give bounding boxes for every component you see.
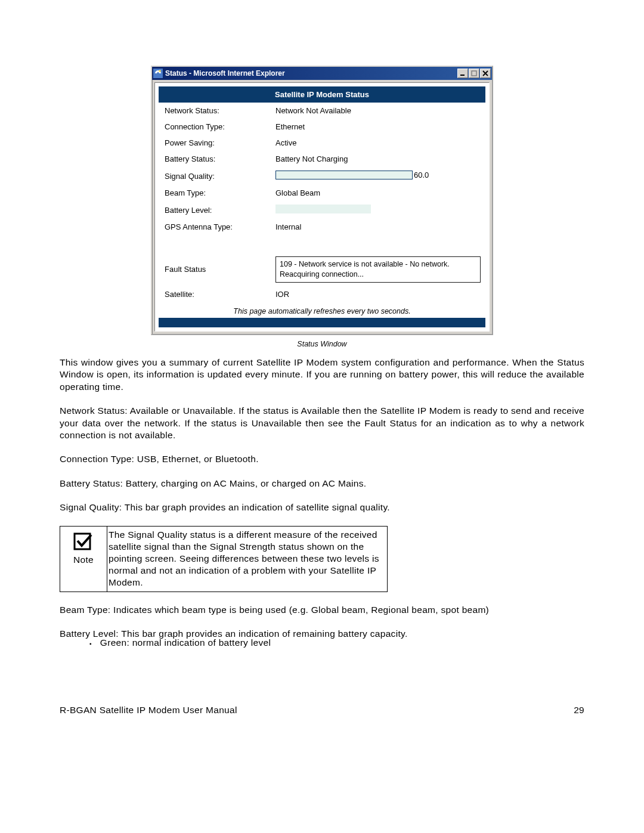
value-battery-level xyxy=(270,201,485,219)
value-gps-antenna: Internal xyxy=(270,219,485,235)
value-battery-status: Battery Not Charging xyxy=(270,151,485,167)
ie-icon xyxy=(153,69,163,78)
refresh-note: This page automatically refreshes every … xyxy=(159,302,485,318)
label-battery-level: Battery Level: xyxy=(159,201,270,219)
paragraph-connection-type: Connection Type: USB, Ethernet, or Bluet… xyxy=(60,453,584,465)
panel-heading: Satellite IP Modem Status xyxy=(159,86,485,103)
row-power-saving: Power Saving: Active xyxy=(159,135,485,151)
window-title: Status - Microsoft Internet Explorer xyxy=(165,69,457,78)
row-connection-type: Connection Type: Ethernet xyxy=(159,119,485,135)
ie-window: Status - Microsoft Internet Explorer Sat… xyxy=(151,66,493,335)
page-footer: R-BGAN Satellite IP Modem User Manual 29 xyxy=(60,705,584,716)
paragraph-battery-status: Battery Status: Battery, charging on AC … xyxy=(60,478,584,490)
window-body: Satellite IP Modem Status Network Status… xyxy=(154,82,490,332)
footer-title: R-BGAN Satellite IP Modem User Manual xyxy=(60,705,237,716)
paragraph-intro: This window gives you a summary of curre… xyxy=(60,357,584,393)
row-network-status: Network Status: Network Not Available xyxy=(159,103,485,119)
label-gps-antenna: GPS Antenna Type: xyxy=(159,219,270,235)
note-box: Note The Signal Quality status is a diff… xyxy=(60,526,388,592)
fault-status-box: 109 - Network service is not available -… xyxy=(275,256,481,283)
value-beam-type: Global Beam xyxy=(270,185,485,201)
figure-caption: Status Window xyxy=(60,340,584,348)
checkbox-icon xyxy=(73,532,94,550)
row-battery-level: Battery Level: xyxy=(159,201,485,219)
paragraph-beam-type: Beam Type: Indicates which beam type is … xyxy=(60,604,584,616)
label-fault-status: Fault Status xyxy=(159,253,270,286)
note-text: The Signal Quality status is a different… xyxy=(107,526,388,592)
signal-quality-value: 60.0 xyxy=(414,171,429,179)
footer-page-number: 29 xyxy=(574,705,584,716)
note-label-cell: Note xyxy=(60,526,107,592)
panel-footer xyxy=(159,318,485,327)
close-button[interactable] xyxy=(480,69,491,78)
label-signal-quality: Signal Quality: xyxy=(159,167,270,185)
maximize-button[interactable] xyxy=(469,69,479,78)
label-power-saving: Power Saving: xyxy=(159,135,270,151)
paragraph-network-status: Network Status: Available or Unavailable… xyxy=(60,405,584,441)
svg-rect-3 xyxy=(472,71,476,76)
status-table: Network Status: Network Not Available Co… xyxy=(159,103,485,302)
minimize-button[interactable] xyxy=(457,69,468,78)
row-satellite: Satellite: IOR xyxy=(159,286,485,302)
label-satellite: Satellite: xyxy=(159,286,270,302)
value-signal-quality: 60.0 xyxy=(270,167,485,185)
svg-rect-0 xyxy=(153,69,163,78)
row-beam-type: Beam Type: Global Beam xyxy=(159,185,485,201)
row-gps-antenna: GPS Antenna Type: Internal xyxy=(159,219,485,235)
label-beam-type: Beam Type: xyxy=(159,185,270,201)
label-battery-status: Battery Status: xyxy=(159,151,270,167)
signal-quality-bar xyxy=(275,171,413,179)
titlebar[interactable]: Status - Microsoft Internet Explorer xyxy=(152,67,492,80)
paragraph-signal-quality: Signal Quality: This bar graph provides … xyxy=(60,501,584,513)
label-connection-type: Connection Type: xyxy=(159,119,270,135)
value-satellite: IOR xyxy=(270,286,485,302)
svg-point-1 xyxy=(159,70,161,72)
battery-level-bar xyxy=(275,205,371,213)
note-label: Note xyxy=(73,555,94,565)
value-connection-type: Ethernet xyxy=(270,119,485,135)
value-network-status: Network Not Available xyxy=(270,103,485,119)
row-battery-status: Battery Status: Battery Not Charging xyxy=(159,151,485,167)
svg-rect-2 xyxy=(460,75,465,76)
row-signal-quality: Signal Quality: 60.0 xyxy=(159,167,485,185)
value-power-saving: Active xyxy=(270,135,485,151)
label-network-status: Network Status: xyxy=(159,103,270,119)
row-fault-status: Fault Status 109 - Network service is no… xyxy=(159,253,485,286)
